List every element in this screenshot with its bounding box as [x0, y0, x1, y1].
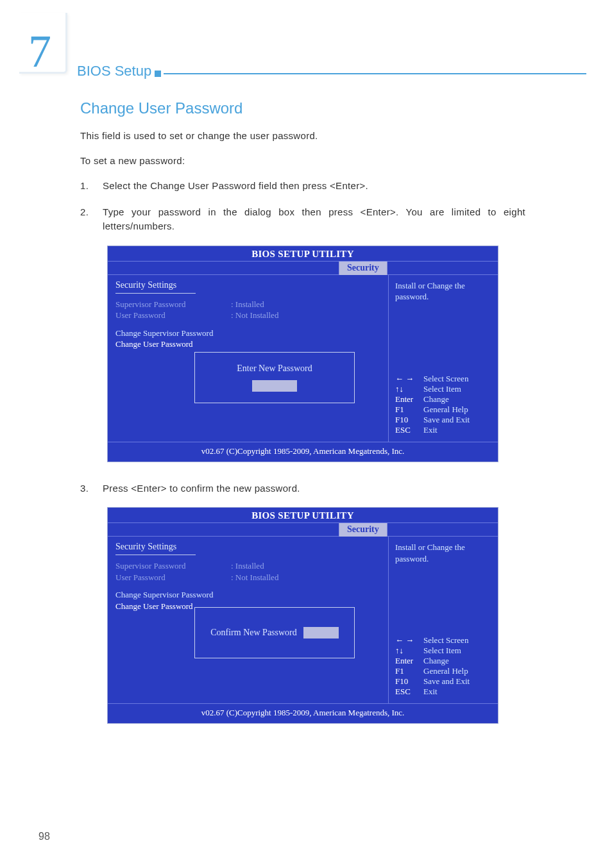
bios-screenshot-enter-password: BIOS SETUP UTILITY Security Security Set…	[107, 246, 498, 462]
nav-key-f10: F10	[395, 415, 423, 425]
bios-section-heading-2: Security Settings	[115, 542, 380, 552]
nav-key-f1: F1	[395, 405, 423, 415]
bios-section-underline	[115, 293, 196, 294]
bios-footer-2: v02.67 (C)Copyright 1985-2009, American …	[108, 703, 498, 723]
confirm-password-input[interactable]	[303, 627, 339, 638]
bios-screenshot-confirm-password: BIOS SETUP UTILITY Security Security Set…	[107, 507, 498, 724]
supervisor-password-label-2: Supervisor Password	[115, 560, 231, 572]
user-password-label: User Password	[115, 310, 231, 321]
nav-desc-change: Change	[423, 394, 449, 405]
nav-key-lr: ← →	[395, 374, 423, 384]
step-2: 2. Type your password in the dialog box …	[80, 205, 525, 234]
nav-desc-general-help: General Help	[423, 405, 468, 415]
nav-key-ud: ↑↓	[395, 384, 423, 394]
nav-desc-general-help-2: General Help	[423, 666, 468, 676]
nav-desc-save-exit-2: Save and Exit	[423, 676, 470, 687]
bios-tab-row: Security	[108, 261, 498, 275]
intro-text: This field is used to set or change the …	[80, 129, 525, 142]
nav-desc-save-exit: Save and Exit	[423, 415, 470, 425]
nav-key-f10-2: F10	[395, 676, 423, 687]
bios-right-pane-2: Install or Change the password. ← →Selec…	[389, 537, 498, 703]
nav-key-enter: Enter	[395, 394, 423, 405]
bios-section-underline-2	[115, 555, 196, 555]
bios-footer: v02.67 (C)Copyright 1985-2009, American …	[108, 442, 498, 462]
step-1: 1. Select the Change User Password field…	[80, 179, 525, 194]
step-2-text: Type your password in the dialog box the…	[103, 206, 525, 232]
chapter-number: 7	[28, 28, 51, 74]
nav-desc-exit: Exit	[423, 425, 438, 435]
nav-key-enter-2: Enter	[395, 656, 423, 666]
chapter-rule	[164, 73, 586, 74]
step-3: 3. Press <Enter> to confirm the new pass…	[80, 481, 525, 496]
bios-left-pane-2: Security Settings Supervisor Password Us…	[108, 537, 389, 703]
menu-change-supervisor[interactable]: Change Supervisor Password	[115, 328, 380, 339]
chapter-header: 7 BIOS Setup	[0, 13, 612, 83]
step-2-num: 2.	[80, 205, 89, 220]
bios-title-2: BIOS SETUP UTILITY	[108, 508, 498, 522]
bios-nav-help-2: ← →Select Screen ↑↓Select Item EnterChan…	[395, 635, 491, 697]
menu-change-supervisor-2[interactable]: Change Supervisor Password	[115, 589, 380, 601]
nav-key-f1-2: F1	[395, 666, 423, 676]
nav-desc-select-screen: Select Screen	[423, 374, 468, 384]
nav-desc-change-2: Change	[423, 656, 449, 666]
bios-title: BIOS SETUP UTILITY	[108, 246, 498, 261]
enter-password-dialog: Enter New Password	[194, 352, 355, 403]
bios-nav-help: ← →Select Screen ↑↓Select Item EnterChan…	[395, 374, 491, 435]
user-password-label-2: User Password	[115, 572, 231, 583]
user-password-value-2: : Not Installed	[231, 572, 278, 583]
bios-tab-row-2: Security	[108, 522, 498, 537]
supervisor-password-value-2: : Installed	[231, 560, 278, 572]
confirm-password-label: Confirm New Password	[210, 628, 297, 638]
page-number: 98	[38, 831, 50, 842]
bios-help-text: Install or Change the password.	[395, 280, 491, 303]
bios-left-pane: Security Settings Supervisor Password Us…	[108, 275, 389, 442]
bios-right-pane: Install or Change the password. ← →Selec…	[389, 275, 498, 442]
confirm-password-dialog: Confirm New Password	[194, 607, 355, 658]
enter-password-input[interactable]	[252, 380, 297, 392]
menu-change-user[interactable]: Change User Password	[115, 338, 380, 350]
step-3-num: 3.	[80, 481, 89, 496]
bios-section-heading: Security Settings	[115, 280, 380, 290]
nav-key-esc: ESC	[395, 425, 423, 435]
step-1-num: 1.	[80, 179, 89, 194]
user-password-value: : Not Installed	[231, 310, 278, 321]
nav-desc-select-item-2: Select Item	[423, 646, 461, 656]
step-3-text: Press <Enter> to confirm the new passwor…	[103, 483, 300, 494]
bios-tab-security-2[interactable]: Security	[339, 523, 387, 537]
bios-help-text-2: Install or Change the password.	[395, 542, 491, 564]
nav-desc-select-screen-2: Select Screen	[423, 635, 468, 646]
section-title: Change User Password	[80, 99, 525, 117]
nav-desc-exit-2: Exit	[423, 687, 438, 697]
nav-desc-select-item: Select Item	[423, 384, 461, 394]
subintro-text: To set a new password:	[80, 154, 525, 167]
supervisor-password-value: : Installed	[231, 299, 278, 310]
bios-tab-security[interactable]: Security	[339, 262, 387, 276]
enter-password-label: Enter New Password	[237, 363, 312, 374]
supervisor-password-label: Supervisor Password	[115, 299, 231, 310]
chapter-title: BIOS Setup	[77, 63, 151, 79]
nav-key-lr-2: ← →	[395, 635, 423, 646]
nav-key-ud-2: ↑↓	[395, 646, 423, 656]
nav-key-esc-2: ESC	[395, 687, 423, 697]
step-1-text: Select the Change User Password field th…	[103, 180, 368, 191]
